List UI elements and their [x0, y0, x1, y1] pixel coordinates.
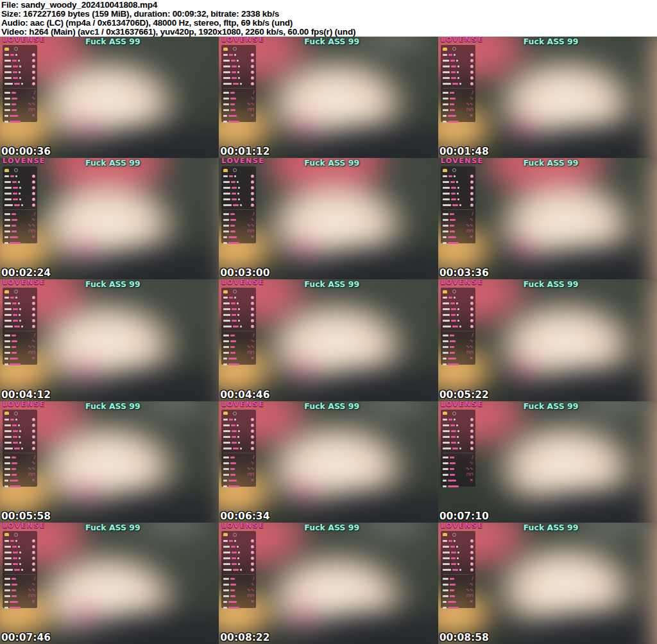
vibration-wave-icon: ⊓⊓ — [247, 473, 254, 477]
vibration-wave-icon: ∿∿ — [28, 223, 35, 228]
tip-menu-row — [223, 567, 254, 573]
token-dot-icon — [251, 319, 254, 322]
crown-icon — [443, 290, 447, 293]
vibration-wave-icon: ∿ — [470, 582, 474, 587]
tip-menu-panel: / ∿ ∿∿ ⊓⊓ ✕ — [3, 45, 37, 122]
tip-menu-row — [443, 324, 474, 329]
vibration-wave-icon: ✕ — [250, 478, 254, 483]
vibration-wave-icon: ∿ — [470, 461, 474, 466]
vibration-wave-icon: ✕ — [31, 235, 35, 239]
video-thumbnail: / ∿ ∿∿ ⊓⊓ ✕ LOVENSE Fuck ASS 99 00:00:36 — [0, 37, 219, 158]
tip-menu-row: / — [443, 90, 474, 96]
tip-menu-row: / — [4, 90, 35, 96]
token-dot-icon — [470, 325, 474, 328]
lovense-logo: LOVENSE — [3, 523, 46, 530]
video-thumbnail: / ∿ ∿∿ ⊓⊓ ✕ LOVENSE Fuck ASS 99 00:03:36 — [438, 158, 657, 279]
token-dot-icon — [251, 435, 254, 439]
token-dot-icon — [32, 568, 35, 571]
tip-menu-row: ✕ — [223, 478, 254, 483]
lovense-logo: LOVENSE — [441, 401, 484, 408]
lovense-logo: LOVENSE — [3, 158, 46, 165]
tip-menu-row: ⊓⊓ — [223, 229, 254, 234]
tip-menu-row: ⊓⊓ — [443, 593, 474, 599]
token-dot-icon — [32, 175, 35, 178]
tip-menu-row — [4, 191, 35, 196]
tip-menu-row — [4, 428, 35, 434]
vibration-wave-icon: ∿ — [250, 461, 254, 466]
token-dot-icon — [470, 557, 474, 560]
file-metadata-header: File: sandy_woody_202410041808.mp4 Size:… — [0, 0, 657, 37]
tip-menu-row — [443, 52, 474, 58]
timestamp-overlay: 00:08:22 — [220, 632, 269, 643]
tip-menu-row — [443, 306, 474, 312]
video-thumbnail: / ∿ ∿∿ ⊓⊓ ✕ LOVENSE Fuck ASS 99 00:07:10 — [438, 401, 657, 523]
token-dot-icon — [32, 302, 35, 305]
tip-menu-row: ∿ — [223, 460, 254, 466]
tip-menu-panel: / ∿ ∿∿ ⊓⊓ ✕ — [441, 531, 475, 608]
token-dot-icon — [470, 447, 474, 450]
vibration-wave-icon: ⊓⊓ — [28, 108, 35, 112]
tip-menu-row: / — [443, 576, 474, 582]
crown-icon — [443, 48, 447, 51]
tip-menu-row — [443, 318, 474, 324]
video-thumbnail: / ∿ ∿∿ ⊓⊓ ✕ LOVENSE Fuck ASS 99 00:08:22 — [219, 523, 438, 644]
tip-menu-row: / — [4, 455, 35, 460]
tip-menu-row — [4, 240, 35, 246]
vibration-wave-icon: ∿∿ — [28, 467, 35, 471]
vibration-wave-icon: ✕ — [250, 235, 254, 239]
tip-menu-row: / — [223, 455, 254, 460]
vibration-wave-icon: ∿∿ — [28, 102, 35, 107]
tip-menu-row: ∿∿ — [4, 587, 35, 593]
vibration-wave-icon: ✕ — [470, 600, 474, 604]
tip-menu-row: ✕ — [443, 356, 474, 361]
tip-menu-row: ∿ — [4, 582, 35, 587]
tip-menu-panel: / ∿ ∿∿ ⊓⊓ ✕ — [441, 410, 475, 487]
tip-menu-row: ✕ — [443, 234, 474, 240]
tip-menu-row — [443, 173, 474, 179]
tip-menu-row: ✕ — [223, 113, 254, 119]
tip-menu-row: ∿∿ — [4, 466, 35, 472]
vibration-wave-icon: / — [472, 91, 473, 95]
crown-icon — [4, 533, 9, 536]
tip-menu-row: ⊓⊓ — [4, 107, 35, 113]
tip-menu-row: ∿∿ — [223, 587, 254, 593]
token-dot-icon — [251, 325, 254, 328]
tip-menu-row — [223, 75, 254, 81]
vibration-wave-icon: / — [253, 455, 254, 460]
tip-menu-row — [443, 544, 474, 550]
tip-menu-row — [223, 422, 254, 428]
timestamp-overlay: 00:07:10 — [439, 511, 489, 521]
tip-menu-row — [4, 324, 35, 329]
token-dot-icon — [32, 71, 35, 74]
token-dot-icon — [32, 447, 35, 450]
tip-menu-row — [443, 179, 474, 185]
lovense-logo: LOVENSE — [221, 158, 264, 165]
vibration-wave-icon: ∿ — [470, 218, 474, 222]
tip-menu-row — [443, 185, 474, 191]
tip-menu-row — [4, 361, 35, 367]
tip-menu-row: ⊓⊓ — [4, 229, 35, 234]
token-dot-icon — [470, 198, 474, 201]
tip-menu-row — [4, 52, 35, 58]
tip-menu-row: ✕ — [223, 599, 254, 605]
crown-icon — [4, 48, 9, 51]
tip-menu-row — [223, 446, 254, 451]
vibration-wave-icon: ∿∿ — [247, 223, 255, 228]
crown-icon — [443, 412, 447, 415]
tip-menu-row: ✕ — [4, 234, 35, 240]
token-dot-icon — [251, 313, 254, 317]
tip-menu-row — [223, 58, 254, 64]
tip-menu-row — [443, 64, 474, 69]
vibration-wave-icon: / — [34, 455, 35, 460]
tip-menu-row: ∿∿ — [443, 223, 474, 229]
tip-menu-row: ∿ — [223, 96, 254, 101]
tip-menu-row: ∿∿ — [443, 466, 474, 472]
tip-menu-row: ∿ — [223, 217, 254, 223]
tip-menu-row — [223, 544, 254, 550]
token-dot-icon — [470, 82, 474, 85]
meta-line-video: Video: h264 (Main) (avc1 / 0x31637661), … — [1, 28, 657, 37]
tip-menu-row — [223, 202, 254, 208]
tip-menu-row — [223, 196, 254, 202]
vibration-wave-icon: ∿∿ — [466, 223, 474, 228]
vibration-wave-icon: ∿∿ — [466, 345, 474, 349]
